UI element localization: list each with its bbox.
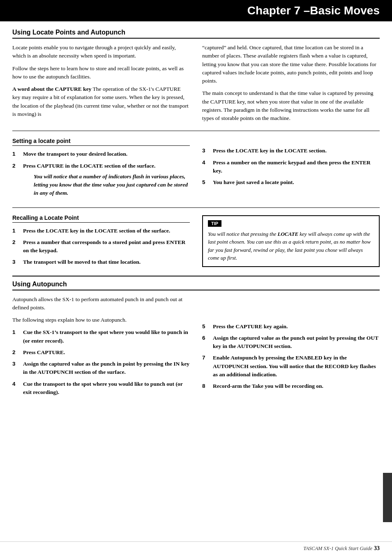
autopunch-intro-para1: Autopunch allows the SX-1 to perform aut…: [12, 295, 190, 312]
step-text: Move the transport to your desired locat…: [23, 150, 190, 158]
step-note: You will notice that a number of indicat…: [34, 173, 190, 198]
autopunch-steps-left: 1 Cue the SX-1’s transport to the spot w…: [12, 328, 190, 396]
section1-intro-left: Locate points enable you to navigate thr…: [12, 44, 190, 127]
setting-locate-section: Setting a locate point 1 Move the transp…: [12, 134, 380, 203]
step-text: Press a number that corresponds to a sto…: [23, 238, 190, 255]
step-num: 3: [12, 360, 19, 377]
section2-intro-left: Autopunch allows the SX-1 to perform aut…: [12, 295, 190, 400]
setting-locate-right: 3 Press the LOCATE key in the LOCATE sec…: [202, 134, 380, 203]
step-content: Press CAPTURE in the LOCATE section of t…: [23, 162, 190, 200]
list-item: 4 Press a number on the numeric keypad a…: [202, 159, 380, 175]
recalling-locate-right: TIP You will notice that pressing the LO…: [202, 211, 380, 270]
list-item: 7 Enable Autopunch by pressing the ENABL…: [202, 354, 380, 379]
list-item: 2 Press CAPTURE in the LOCATE section of…: [12, 162, 190, 200]
step-num: 4: [12, 380, 19, 397]
list-item: 1 Move the transport to your desired loc…: [12, 150, 190, 158]
list-item: 5 You have just saved a locate point.: [202, 178, 380, 187]
divider1: [12, 131, 380, 131]
chapter-title: Chapter 7 –Basic Moves: [247, 4, 380, 17]
tip-label: TIP: [208, 220, 221, 227]
section1-intro: Locate points enable you to navigate thr…: [12, 44, 380, 127]
setting-locate-steps-left: 1 Move the transport to your desired loc…: [12, 150, 190, 200]
capture-key-heading: A word about the CAPTURE key: [12, 86, 91, 92]
intro-right-para1: “captured” and held. Once captured, that…: [202, 44, 380, 85]
recalling-locate-left: Recalling a Locate Point 1 Press the LOC…: [12, 211, 190, 270]
tip-text: You will notice that pressing the LOCATE…: [208, 230, 374, 262]
list-item: 2 Press a number that corresponds to a s…: [12, 238, 190, 255]
step-text: Assign the captured value as the punch o…: [213, 334, 380, 351]
step-num: 3: [202, 147, 209, 155]
step-text: Record-arm the Take you will be recordin…: [213, 382, 380, 390]
divider3: [12, 276, 380, 276]
list-item: 5 Press the CAPTURE key again.: [202, 322, 380, 331]
step-text: Assign the captured value as the punch i…: [23, 360, 190, 377]
step-num: 4: [202, 159, 209, 175]
list-item: 8 Record-arm the Take you will be record…: [202, 382, 380, 390]
step-num: 5: [202, 178, 209, 187]
step-num: 1: [12, 227, 19, 235]
step-text: Press a number on the numeric keypad and…: [213, 159, 380, 175]
step-num: 2: [12, 238, 19, 255]
list-item: 3 Assign the captured value as the punch…: [12, 360, 190, 377]
list-item: 6 Assign the captured value as the punch…: [202, 334, 380, 351]
step-text: Cue the transport to the spot where you …: [23, 380, 190, 397]
chapter-header: Chapter 7 –Basic Moves: [0, 0, 392, 21]
step-text: Press the CAPTURE key again.: [213, 322, 380, 331]
recalling-locate-section: Recalling a Locate Point 1 Press the LOC…: [12, 211, 380, 270]
divider2: [12, 207, 380, 208]
tip-box: TIP You will notice that pressing the LO…: [202, 215, 380, 267]
step-num: 2: [12, 348, 19, 357]
step-text: Press CAPTURE.: [23, 348, 190, 357]
side-tab: [383, 473, 392, 522]
section2-steps-right: 5 Press the CAPTURE key again. 6 Assign …: [202, 295, 380, 400]
step-text: Press the LOCATE key in the LOCATE secti…: [213, 147, 380, 155]
step-num: 6: [202, 334, 209, 351]
step-num: 2: [12, 162, 19, 200]
step-text: The transport will be moved to that time…: [23, 258, 190, 266]
step-text: Press CAPTURE in the LOCATE section of t…: [23, 163, 155, 169]
list-item: 3 Press the LOCATE key in the LOCATE sec…: [202, 147, 380, 155]
step-text: Press the LOCATE key in the LOCATE secti…: [23, 227, 190, 235]
step-num: 8: [202, 382, 209, 390]
section1-intro-right: “captured” and held. Once captured, that…: [202, 44, 380, 127]
footer-page: 33: [374, 545, 380, 552]
step-num: 1: [12, 328, 19, 345]
step-num: 5: [202, 322, 209, 331]
setting-locate-steps-right: 3 Press the LOCATE key in the LOCATE sec…: [202, 147, 380, 187]
section2-title: Using Autopunch: [12, 281, 380, 290]
step-num: 3: [12, 258, 19, 266]
section2-intro: Autopunch allows the SX-1 to perform aut…: [12, 295, 380, 400]
intro-left-para1: Locate points enable you to navigate thr…: [12, 44, 190, 60]
intro-left-para2: Follow the steps here to learn how to st…: [12, 64, 190, 81]
step-num: 7: [202, 354, 209, 379]
page-container: Chapter 7 –Basic Moves Using Locate Poin…: [0, 0, 392, 555]
setting-locate-title: Setting a locate point: [12, 138, 190, 146]
list-item: 2 Press CAPTURE.: [12, 348, 190, 357]
step-text: Enable Autopunch by pressing the ENABLED…: [213, 354, 380, 379]
capture-key-para: A word about the CAPTURE key The operati…: [12, 85, 190, 118]
step-text: Cue the SX-1’s transport to the spot whe…: [23, 328, 190, 345]
recalling-locate-steps: 1 Press the LOCATE key in the LOCATE sec…: [12, 227, 190, 267]
autopunch-intro-para2: The following steps explain how to use A…: [12, 316, 190, 324]
list-item: 4 Cue the transport to the spot where yo…: [12, 380, 190, 397]
list-item: 1 Press the LOCATE key in the LOCATE sec…: [12, 227, 190, 235]
section1-title: Using Locate Points and Autopunch: [12, 29, 380, 39]
autopunch-steps-right: 5 Press the CAPTURE key again. 6 Assign …: [202, 322, 380, 391]
step-num: 1: [12, 150, 19, 158]
footer-text: TASCAM SX-1 Quick Start Guide: [303, 546, 372, 552]
intro-right-para2: The main concept to understand is that t…: [202, 89, 380, 122]
page-footer: TASCAM SX-1 Quick Start Guide 33: [0, 541, 392, 555]
setting-locate-left: Setting a locate point 1 Move the transp…: [12, 134, 190, 203]
list-item: 1 Cue the SX-1’s transport to the spot w…: [12, 328, 190, 345]
step-text: You have just saved a locate point.: [213, 178, 380, 187]
main-content: Using Locate Points and Autopunch Locate…: [0, 21, 392, 541]
recalling-locate-title: Recalling a Locate Point: [12, 214, 190, 223]
list-item: 3 The transport will be moved to that ti…: [12, 258, 190, 266]
